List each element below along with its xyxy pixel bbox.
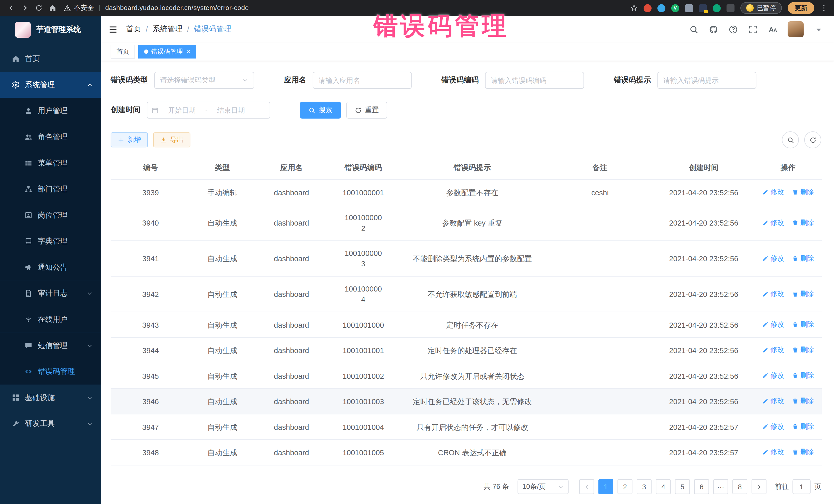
browser-forward-button[interactable] [18,1,32,15]
prev-page-button[interactable] [579,479,594,494]
extension-icon-2[interactable] [657,4,665,12]
goto-page-input[interactable] [792,479,810,494]
extension-icon-1[interactable] [643,4,652,12]
profile-paused-badge[interactable]: 已暂停 [740,2,782,14]
delete-link[interactable]: 删除 [792,396,814,406]
delete-link[interactable]: 删除 [792,288,814,299]
user-avatar[interactable] [788,21,804,37]
font-size-icon[interactable] [768,25,777,34]
sidebar-item-label: 短信管理 [38,341,67,350]
page-button-3[interactable]: 3 [637,479,652,494]
sidebar-item-system[interactable]: 系统管理 [0,72,101,98]
reset-button[interactable]: 重置 [346,102,387,118]
edit-link[interactable]: 修改 [762,447,784,457]
extension-icon-6[interactable] [712,4,721,12]
page-button-2[interactable]: 2 [617,479,632,494]
delete-link[interactable]: 删除 [792,319,814,330]
edit-link[interactable]: 修改 [762,345,784,355]
help-icon[interactable] [729,25,738,34]
edit-link[interactable]: 修改 [762,319,784,330]
pagination: 共 76 条 10条/页 123456···8 前往 页 [111,479,821,494]
page-button-6[interactable]: 6 [694,479,709,494]
breadcrumb-separator: / [146,25,148,34]
date-range-picker[interactable]: - [147,102,270,118]
delete-link[interactable]: 删除 [792,253,814,264]
page-ellipsis-button[interactable]: ··· [713,479,728,494]
sidebar-item-online-user[interactable]: 在线用户 [0,306,101,333]
delete-link[interactable]: 删除 [792,187,814,197]
extensions-puzzle-icon[interactable] [726,4,734,12]
page-button-1[interactable]: 1 [598,479,613,494]
edit-link[interactable]: 修改 [762,217,784,228]
delete-link[interactable]: 删除 [792,345,814,355]
sidebar-item-audit-log[interactable]: 审计日志 [0,280,101,306]
sidebar-item-menu[interactable]: 菜单管理 [0,150,101,176]
delete-link[interactable]: 删除 [792,370,814,381]
app-root: 芋道管理系统 首页系统管理用户管理角色管理菜单管理部门管理岗位管理字典管理通知公… [0,16,834,504]
tag-error-code[interactable]: 错误码管理 [138,45,196,59]
start-date-input[interactable] [161,106,203,114]
github-icon[interactable] [709,25,718,34]
sidebar-item-sms[interactable]: 短信管理 [0,332,101,358]
end-date-input[interactable] [210,106,252,114]
book-icon [24,237,32,245]
sidebar-collapse-icon[interactable] [109,25,117,34]
doc-icon [24,289,32,298]
extension-icon-3[interactable]: V [671,4,679,12]
next-page-button[interactable] [752,479,767,494]
tag-home[interactable]: 首页 [111,45,135,59]
export-button[interactable]: 导出 [153,132,191,147]
bookmark-star-icon[interactable] [630,4,638,12]
error-hint-input[interactable] [657,72,756,89]
search-button[interactable]: 搜索 [300,102,341,118]
delete-link[interactable]: 删除 [792,421,814,432]
browser-home-button[interactable] [46,1,60,15]
extension-icon-5[interactable] [699,4,707,12]
address-bar[interactable]: 不安全 | dashboard.yudao.iocoder.cn/system/… [64,3,249,12]
sidebar-item-role[interactable]: 角色管理 [0,124,101,150]
sidebar-item-infra[interactable]: 基础设施 [0,385,101,411]
breadcrumb-home[interactable]: 首页 [126,24,141,34]
edit-link[interactable]: 修改 [762,253,784,264]
sidebar-item-notice[interactable]: 通知公告 [0,254,101,281]
sidebar-item-home[interactable]: 首页 [0,46,101,72]
browser-back-button[interactable] [4,1,18,15]
breadcrumb-system[interactable]: 系统管理 [153,24,182,34]
fullscreen-icon[interactable] [748,25,757,34]
app-name-input[interactable] [313,72,412,89]
cell-remark [547,277,653,312]
page-size-select[interactable]: 10条/页 [518,479,569,494]
table-row: 3941自动生成dashboard100100000 3不能删除类型为系统内置的… [111,241,822,277]
toggle-search-button[interactable] [782,131,799,148]
browser-reload-button[interactable] [32,1,46,15]
page-button-8[interactable]: 8 [732,479,747,494]
error-code-input[interactable] [485,72,584,89]
edit-link[interactable]: 修改 [762,288,784,299]
page-button-4[interactable]: 4 [656,479,671,494]
sidebar-item-dict[interactable]: 字典管理 [0,228,101,254]
edit-link[interactable]: 修改 [762,396,784,406]
sidebar-item-error-code[interactable]: 错误码管理 [0,358,101,385]
avatar-caret-down-icon[interactable] [814,25,823,34]
delete-link[interactable]: 删除 [792,217,814,228]
sidebar-item-post[interactable]: 岗位管理 [0,202,101,228]
app-logo[interactable]: 芋道管理系统 [0,16,101,44]
sidebar-item-dept[interactable]: 部门管理 [0,176,101,202]
refresh-table-button[interactable] [804,131,821,148]
error-type-select[interactable]: 请选择错误码类型 [154,72,254,89]
sidebar-item-devtool[interactable]: 研发工具 [0,411,101,437]
search-icon[interactable] [689,25,698,34]
add-button[interactable]: 新增 [111,132,148,147]
edit-link[interactable]: 修改 [762,187,784,197]
edit-link[interactable]: 修改 [762,370,784,381]
sidebar-item-user[interactable]: 用户管理 [0,98,101,124]
table-row: 3939手动编辑dashboard1001000001参数配置不存在ceshi2… [111,180,822,205]
browser-menu-kebab-icon[interactable] [820,4,828,12]
page-button-5[interactable]: 5 [675,479,690,494]
browser-update-button[interactable]: 更新 [788,2,814,14]
delete-link[interactable]: 删除 [792,447,814,457]
extension-icon-4[interactable] [685,4,693,12]
edit-link[interactable]: 修改 [762,421,784,432]
table-toolbar: 新增 导出 [111,131,821,148]
tag-close-icon[interactable] [187,48,191,56]
